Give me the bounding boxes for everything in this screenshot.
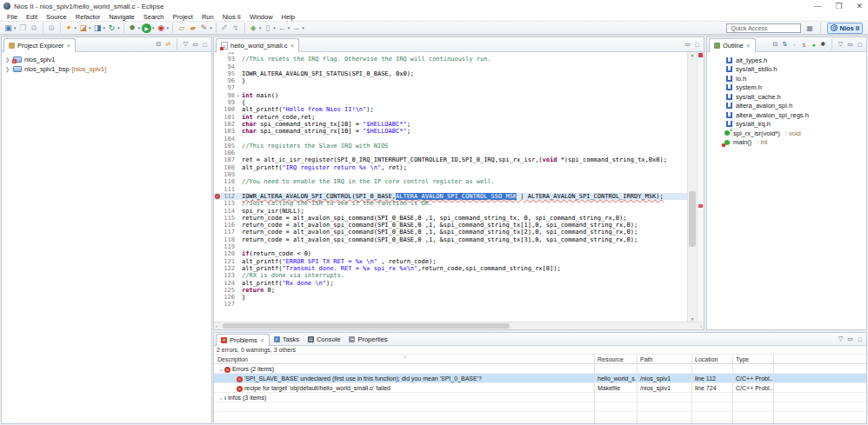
expand-arrow-icon[interactable]: ❯	[5, 56, 10, 63]
maximize-view-icon[interactable]: □	[856, 42, 864, 48]
dropdown-arrow-icon[interactable]: ▾	[167, 25, 170, 30]
new-class-icon[interactable]: ◈▾	[249, 23, 262, 34]
expand-arrow-icon[interactable]: ›	[217, 394, 224, 402]
new-folder-icon[interactable]: ◪▾	[78, 23, 91, 34]
tree-item-nios_spiv1[interactable]: ❯nios_spiv1	[2, 55, 211, 64]
outline-include-system.h[interactable]: system.h	[707, 83, 866, 93]
outline-function-main()[interactable]: main() : int	[707, 138, 866, 148]
dropdown-arrow-icon[interactable]: ▾	[152, 25, 155, 30]
menu-nios-ii[interactable]: Nios II	[218, 13, 245, 21]
dropdown-arrow-icon[interactable]: ▾	[273, 25, 276, 30]
scroll-up-icon[interactable]: ▲	[688, 52, 697, 57]
maximize-view-icon[interactable]: □	[201, 42, 209, 48]
scroll-thumb[interactable]	[223, 323, 510, 329]
profile-icon[interactable]: ◉▾	[157, 23, 170, 34]
dropdown-arrow-icon[interactable]: ▾	[14, 25, 17, 30]
outline-include-io.h[interactable]: io.h	[707, 74, 866, 83]
dropdown-arrow-icon[interactable]: ▾	[210, 25, 212, 30]
problems-row[interactable]: ›i Infos (3 items)	[214, 393, 866, 402]
import-folder-icon[interactable]: ▰	[188, 23, 197, 34]
brush-icon[interactable]: ✎▾	[199, 23, 212, 34]
maximize-view-icon[interactable]: □	[856, 336, 864, 342]
build-icon[interactable]: ↻▾	[107, 23, 120, 34]
outline-include-alt_types.h[interactable]: alt_types.h	[707, 56, 866, 65]
error-marker-icon[interactable]: ✕	[215, 194, 220, 199]
minimize-window-icon[interactable]: —	[813, 3, 821, 10]
overview-error-marker[interactable]	[698, 204, 703, 208]
expand-arrow-icon[interactable]: ⌄	[217, 365, 224, 374]
forward-icon[interactable]: →▾	[291, 23, 304, 34]
maximize-view-icon[interactable]: □	[693, 42, 701, 48]
problems-row[interactable]: ✕ 'SPI_SLAVE_BASE' undeclared (first use…	[214, 374, 866, 383]
column-header-type[interactable]: Type	[732, 355, 773, 364]
open-perspective-icon[interactable]: ▦	[805, 23, 814, 33]
editor-horizontal-scrollbar[interactable]: ‹ ›	[214, 322, 704, 329]
editor-vertical-scrollbar[interactable]: ▲ ▼	[687, 52, 697, 322]
hide-fields-icon[interactable]: ◦	[791, 42, 798, 48]
scroll-thumb[interactable]	[689, 191, 696, 247]
dropdown-arrow-icon[interactable]: ▾	[288, 25, 290, 30]
menu-refactor[interactable]: Refactor	[71, 13, 104, 21]
problems-row[interactable]: ✕ recipe for target 'obj/default/hello_w…	[214, 383, 866, 393]
dropdown-arrow-icon[interactable]: ▾	[302, 25, 304, 30]
open-folder-icon[interactable]: ▱	[177, 23, 186, 34]
menu-file[interactable]: File	[3, 13, 22, 21]
collapse-all-icon[interactable]: ⊟	[155, 41, 163, 48]
code-editor-surface[interactable]: 9293//This resets the IRQ flag. Otherwis…	[214, 52, 687, 322]
outline-function-spi_rx_isr(void*)[interactable]: spi_rx_isr(void*) : void	[707, 129, 866, 138]
save-all-icon[interactable]: ⧉	[30, 23, 39, 34]
close-icon[interactable]: ✕	[746, 43, 751, 49]
close-window-icon[interactable]: ✕	[856, 3, 863, 10]
menu-project[interactable]: Project	[169, 13, 197, 21]
mark-occurrences-icon[interactable]: ↯	[231, 23, 241, 34]
menu-run[interactable]: Run	[197, 13, 218, 21]
tab-problems[interactable]: ✕Problems✕	[216, 334, 270, 346]
minimize-view-icon[interactable]: ▭	[684, 41, 691, 48]
tree-item-nios_spiv1_bsp[interactable]: ❯nios_spiv1_bsp [nios_spiv1]	[2, 64, 211, 74]
pencil-icon[interactable]: ✐	[220, 23, 230, 34]
annotation-nav-icon[interactable]: ▯▾	[263, 23, 276, 34]
tab-properties[interactable]: ≔Properties	[344, 333, 391, 345]
hide-static-icon[interactable]: ѕ	[800, 42, 808, 48]
hide-non-public-icon[interactable]: ●	[810, 42, 818, 48]
sort-icon[interactable]: ⇅	[781, 41, 789, 48]
problems-row[interactable]: ⌄✕ Errors (2 items)	[214, 364, 866, 374]
dropdown-arrow-icon[interactable]: ▾	[138, 25, 141, 30]
maximize-window-icon[interactable]: ❐	[835, 3, 842, 10]
minimize-view-icon[interactable]: ▭	[191, 41, 199, 48]
filter-icon[interactable]: ✱	[819, 41, 827, 48]
debug-icon[interactable]: ✹▾	[128, 23, 141, 34]
perspective-button-nios2[interactable]: O Nios II	[827, 23, 863, 34]
view-menu-icon[interactable]: ▽	[182, 41, 190, 48]
column-header-location[interactable]: Location	[691, 355, 732, 364]
dropdown-arrow-icon[interactable]: ▾	[259, 25, 262, 30]
collapse-all-icon[interactable]: ⊟	[771, 41, 779, 48]
menu-search[interactable]: Search	[139, 13, 169, 21]
new-wizard-icon[interactable]: ✦▾	[64, 23, 77, 34]
minimize-view-icon[interactable]: ▭	[846, 335, 854, 342]
dropdown-arrow-icon[interactable]: ▾	[89, 25, 91, 30]
tab-tasks[interactable]: ✓Tasks	[270, 333, 304, 345]
menu-help[interactable]: Help	[277, 13, 299, 21]
search-icon[interactable]: ⊙	[47, 23, 57, 34]
minimize-view-icon[interactable]: ▭	[846, 41, 854, 48]
outline-include-altera_avalon_spi.h[interactable]: altera_avalon_spi.h	[707, 102, 866, 111]
tab-console[interactable]: ▤Console	[304, 333, 345, 345]
save-icon[interactable]: ❒	[18, 23, 28, 34]
column-header-resource[interactable]: Resource	[594, 355, 637, 364]
menu-window[interactable]: Window	[245, 13, 277, 21]
close-icon[interactable]: ✕	[260, 337, 264, 343]
scroll-right-icon[interactable]: ›	[700, 322, 702, 330]
column-header-path[interactable]: Path	[637, 355, 691, 364]
close-icon[interactable]: ✕	[66, 43, 70, 49]
link-editor-icon[interactable]: ⇄	[164, 41, 172, 48]
run-icon[interactable]: ▶▾	[142, 23, 155, 34]
new-c-project-icon[interactable]: ◨▾	[93, 23, 106, 34]
outline-include-sys/alt_cache.h[interactable]: sys/alt_cache.h	[707, 92, 866, 102]
tab-hello-world-small-c[interactable]: c hello_world_small.c ✕	[216, 38, 299, 52]
quick-access-input[interactable]: Quick Access	[726, 23, 801, 33]
menu-navigate[interactable]: Navigate	[104, 13, 139, 21]
menu-source[interactable]: Source	[42, 13, 71, 21]
tab-project-explorer[interactable]: Project Explorer ✕	[3, 38, 76, 52]
new-file-icon[interactable]: ▣▾	[3, 23, 17, 34]
